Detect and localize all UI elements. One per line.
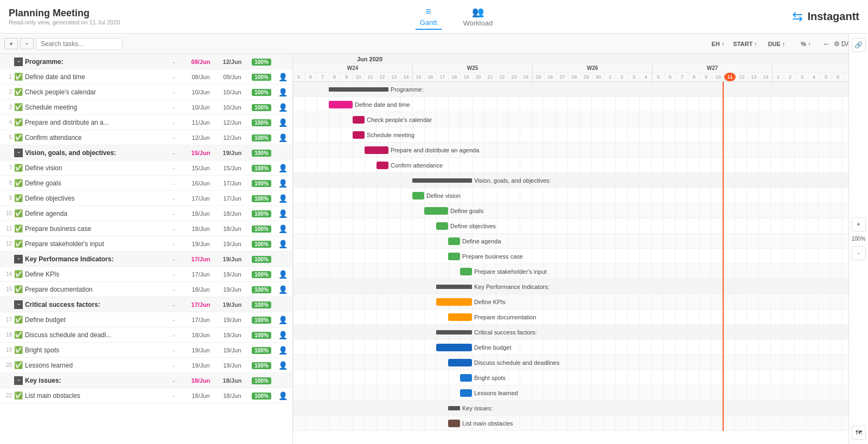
row-name: Define vision bbox=[25, 164, 162, 172]
task-row[interactable]: － Key Performance Indicators: - 17/Jun 1… bbox=[0, 252, 292, 267]
day-cell: 6 bbox=[665, 73, 676, 81]
row-due: 19/Jun bbox=[216, 362, 248, 369]
day-cell: 2 bbox=[784, 73, 796, 81]
task-row[interactable]: 2 ✅ Check people's calendar - 10/Jun 10/… bbox=[0, 85, 292, 100]
task-row[interactable]: 4 ✅ Prepare and distribute an a... - 11/… bbox=[0, 115, 292, 130]
row-start: 18/Jun bbox=[185, 332, 216, 338]
task-row[interactable]: 19 ✅ Bright spots - 19/Jun 19/Jun 100% 👤 bbox=[0, 343, 292, 358]
tab-gantt[interactable]: ≡ Gantt bbox=[416, 4, 442, 30]
pct-header[interactable]: % ↑ bbox=[793, 41, 820, 47]
start-header[interactable]: START ↑ bbox=[730, 41, 761, 47]
task-row[interactable]: 22 ✅ List main obstacles - 18/Jun 18/Jun… bbox=[0, 388, 292, 403]
task-row[interactable]: － Vision, goals, and objectives: - 15/Ju… bbox=[0, 145, 292, 160]
check-icon: ✅ bbox=[14, 285, 23, 293]
collapse-btn[interactable]: － bbox=[14, 57, 23, 66]
task-row[interactable]: 17 ✅ Define budget - 17/Jun 19/Jun 100% … bbox=[0, 312, 292, 327]
gantt-row bbox=[293, 385, 868, 401]
gantt-row bbox=[293, 325, 868, 340]
eh-header[interactable]: EH ↑ bbox=[707, 41, 730, 47]
task-row[interactable]: － Key issues: - 18/Jun 18/Jun 100% bbox=[0, 373, 292, 388]
row-name: Define agenda bbox=[25, 210, 162, 217]
collapse-btn[interactable]: － bbox=[14, 255, 23, 263]
task-row[interactable]: 7 ✅ Define vision - 15/Jun 15/Jun 100% 👤 bbox=[0, 160, 292, 176]
due-header[interactable]: DUE ↑ bbox=[761, 41, 793, 47]
user-icon: 👤 bbox=[275, 240, 290, 248]
search-input[interactable] bbox=[36, 38, 123, 50]
row-name: Define budget bbox=[25, 316, 162, 324]
task-row[interactable]: 1 ✅ Define date and time - 08/Jun 09/Jun… bbox=[0, 69, 292, 85]
row-eh: - bbox=[162, 241, 185, 247]
toolbar: ＋ － EH ↑ START ↑ DUE ↑ % ↑ ← ⚙ DAYS ▾ bbox=[0, 34, 868, 54]
task-row[interactable]: 9 ✅ Define objectives - 17/Jun 17/Jun 10… bbox=[0, 191, 292, 206]
row-due: 19/Jun bbox=[216, 241, 248, 247]
back-button[interactable]: ← bbox=[820, 38, 834, 49]
tab-workload[interactable]: 👥 Workload bbox=[459, 4, 497, 29]
task-row[interactable]: － Programme: - 08/Jun 12/Jun 100% bbox=[0, 54, 292, 69]
day-cell: 15 bbox=[413, 73, 425, 81]
task-row[interactable]: 15 ✅ Prepare documentation - 18/Jun 19/J… bbox=[0, 282, 292, 297]
gantt-row bbox=[293, 294, 868, 310]
row-start: 18/Jun bbox=[185, 377, 216, 384]
task-row[interactable]: 8 ✅ Define goals - 16/Jun 17/Jun 100% 👤 bbox=[0, 176, 292, 191]
app-header: Planning Meeting Read-only view, generat… bbox=[0, 0, 868, 34]
row-pct: 100% bbox=[248, 88, 275, 96]
row-num: 1 bbox=[2, 74, 12, 80]
row-num: 4 bbox=[2, 119, 12, 125]
row-pct: 100% bbox=[248, 119, 275, 126]
row-eh: - bbox=[162, 180, 185, 186]
row-start: 10/Jun bbox=[185, 104, 216, 111]
map-button[interactable]: 🗺 bbox=[852, 426, 866, 440]
group-name: Key issues: bbox=[25, 377, 162, 384]
task-row[interactable]: 11 ✅ Prepare business case - 18/Jun 18/J… bbox=[0, 221, 292, 236]
add-task-button[interactable]: ＋ bbox=[4, 38, 18, 49]
row-num: 20 bbox=[2, 362, 12, 368]
row-num: 5 bbox=[2, 134, 12, 140]
remove-task-button[interactable]: － bbox=[20, 38, 34, 49]
collapse-btn[interactable]: － bbox=[14, 300, 23, 309]
gantt-icon: ≡ bbox=[425, 6, 431, 17]
day-cell: 28 bbox=[569, 73, 580, 81]
day-cell: 16 bbox=[425, 73, 437, 81]
row-pct: 100% bbox=[248, 134, 275, 141]
gantt-row bbox=[293, 340, 868, 355]
row-name: Discuss schedule and deadl... bbox=[25, 331, 162, 339]
day-cell: 26 bbox=[545, 73, 557, 81]
user-icon: 👤 bbox=[275, 224, 290, 233]
check-icon: ✅ bbox=[14, 391, 23, 400]
row-start: 18/Jun bbox=[185, 226, 216, 232]
task-row[interactable]: 20 ✅ Lessons learned - 19/Jun 19/Jun 100… bbox=[0, 358, 292, 373]
zoom-out-button[interactable]: - bbox=[852, 246, 866, 260]
collapse-btn[interactable]: － bbox=[14, 149, 23, 157]
gantt-row bbox=[293, 279, 868, 294]
row-due: 19/Jun bbox=[216, 332, 248, 338]
task-row[interactable]: 12 ✅ Prepare stakeholder's input - 19/Ju… bbox=[0, 236, 292, 252]
row-name: Schedule meeting bbox=[25, 104, 162, 111]
row-start: 08/Jun bbox=[185, 59, 216, 65]
main-layout: － Programme: - 08/Jun 12/Jun 100% 1 ✅ De… bbox=[0, 54, 868, 444]
row-start: 18/Jun bbox=[185, 286, 216, 293]
task-row[interactable]: 10 ✅ Define agenda - 18/Jun 18/Jun 100% … bbox=[0, 206, 292, 221]
row-due: 12/Jun bbox=[216, 119, 248, 126]
gantt-row bbox=[293, 143, 868, 158]
task-row[interactable]: 3 ✅ Schedule meeting - 10/Jun 10/Jun 100… bbox=[0, 100, 292, 115]
brand: ⇆ Instagantt bbox=[792, 9, 859, 24]
collapse-btn[interactable]: － bbox=[14, 376, 23, 385]
user-icon: 👤 bbox=[275, 194, 290, 203]
task-row[interactable]: 14 ✅ Define KPIs - 17/Jun 19/Jun 100% 👤 bbox=[0, 267, 292, 282]
zoom-in-button[interactable]: + bbox=[852, 217, 866, 231]
row-num: 22 bbox=[2, 392, 12, 398]
day-cell: 25 bbox=[533, 73, 545, 81]
check-icon: ✅ bbox=[14, 361, 23, 369]
row-start: 19/Jun bbox=[185, 241, 216, 247]
task-row[interactable]: 18 ✅ Discuss schedule and deadl... - 18/… bbox=[0, 327, 292, 343]
row-due: 19/Jun bbox=[216, 286, 248, 293]
check-icon: ✅ bbox=[14, 133, 23, 141]
row-num: 19 bbox=[2, 347, 12, 353]
row-eh: - bbox=[162, 104, 185, 111]
day-cell: 7 bbox=[317, 73, 329, 81]
task-row[interactable]: － Critical success factors: - 17/Jun 19/… bbox=[0, 297, 292, 312]
link-button[interactable]: 🔗 bbox=[852, 38, 866, 52]
row-pct: 100% bbox=[248, 149, 275, 157]
task-row[interactable]: 5 ✅ Confirm attendance - 12/Jun 12/Jun 1… bbox=[0, 130, 292, 145]
day-cell: 7 bbox=[676, 73, 688, 81]
